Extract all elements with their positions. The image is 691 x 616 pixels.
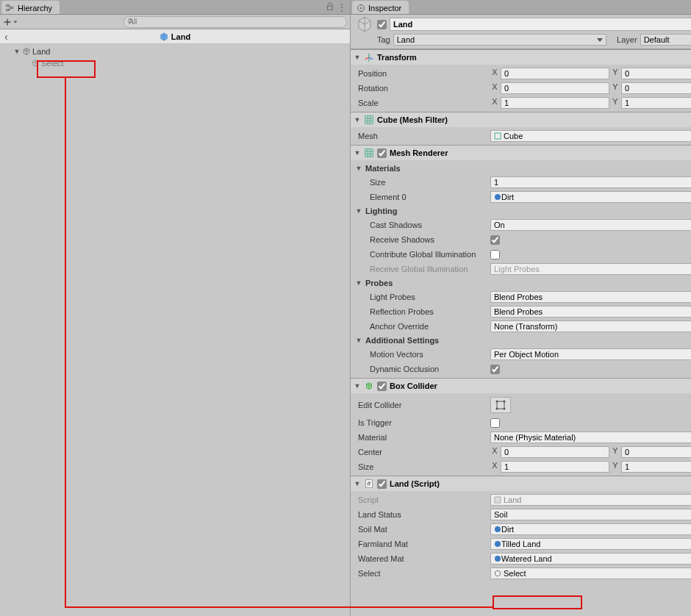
- is-trigger-checkbox[interactable]: [490, 418, 500, 428]
- hierarchy-icon: [6, 4, 15, 12]
- light-probes-dropdown[interactable]: Blend Probes: [490, 291, 691, 303]
- hierarchy-tab[interactable]: Hierarchy: [1, 1, 60, 14]
- foldout-icon[interactable]: ▼: [354, 382, 361, 390]
- scale-y-input[interactable]: [621, 97, 691, 109]
- mesh-renderer-header[interactable]: ▼ Mesh Renderer ? ⋮: [351, 146, 691, 160]
- land-script-enabled[interactable]: [377, 479, 387, 489]
- watered-mat-field[interactable]: Watered Land: [490, 553, 691, 565]
- foldout-icon[interactable]: ▼: [354, 149, 361, 157]
- inspector-icon: [357, 4, 365, 12]
- foldout-icon[interactable]: ▼: [355, 207, 362, 215]
- tag-dropdown[interactable]: Land: [393, 34, 606, 46]
- physic-material-field[interactable]: None (Physic Material): [490, 431, 691, 443]
- box-collider-icon: [364, 381, 374, 391]
- mesh-field[interactable]: Cube: [490, 130, 691, 142]
- gameobject-large-icon[interactable]: [355, 15, 374, 34]
- probes-label: Probes: [365, 279, 393, 287]
- position-label: Position: [358, 69, 490, 78]
- csharp-icon: [494, 496, 501, 504]
- material-icon: [494, 555, 501, 562]
- size-x-input[interactable]: [501, 461, 609, 473]
- motion-vectors-dropdown[interactable]: Per Object Motion: [490, 348, 691, 360]
- center-y-input[interactable]: [621, 446, 691, 458]
- svg-rect-9: [495, 133, 501, 139]
- foldout-icon[interactable]: ▼: [13, 48, 21, 55]
- material-label: Material: [358, 433, 490, 442]
- receive-shadows-checkbox[interactable]: [490, 235, 500, 245]
- gameobject-name-input[interactable]: [390, 18, 691, 31]
- farmland-mat-field[interactable]: Tilled Land: [490, 538, 691, 550]
- panel-menu-icon[interactable]: ⋮: [337, 1, 347, 12]
- position-x-input[interactable]: [501, 68, 609, 79]
- lighting-label: Lighting: [365, 207, 397, 215]
- mesh-filter-header[interactable]: ▼ Cube (Mesh Filter) ? ⋮: [351, 112, 691, 127]
- edit-collider-button[interactable]: [490, 397, 511, 413]
- mesh-filter-icon: [364, 115, 374, 125]
- layer-dropdown[interactable]: Default: [640, 34, 691, 46]
- select-label: Select: [358, 569, 490, 578]
- foldout-icon[interactable]: ▼: [355, 165, 362, 172]
- box-collider-header[interactable]: ▼ Box Collider ? ⋮: [351, 379, 691, 393]
- search-input[interactable]: [129, 18, 333, 26]
- materials-size-input[interactable]: [490, 176, 691, 188]
- annotation-line: [65, 78, 66, 608]
- inspector-tab[interactable]: Inspector: [352, 1, 409, 14]
- scene-name: Land: [171, 32, 190, 41]
- center-label: Center: [358, 448, 490, 456]
- select-field[interactable]: Select: [490, 567, 691, 579]
- foldout-icon[interactable]: ▼: [354, 480, 361, 487]
- element0-field[interactable]: Dirt: [490, 191, 691, 203]
- rotation-y-input[interactable]: [621, 82, 691, 94]
- foldout-icon[interactable]: ▼: [355, 279, 362, 287]
- create-button[interactable]: [3, 16, 18, 28]
- component-title: Box Collider: [390, 382, 691, 390]
- svg-point-22: [495, 556, 501, 562]
- soil-mat-field[interactable]: Dirt: [490, 523, 691, 535]
- active-checkbox[interactable]: [377, 20, 387, 29]
- tree-item-land[interactable]: ▼ Land: [0, 46, 350, 57]
- lock-icon[interactable]: [325, 1, 335, 12]
- land-status-label: Land Status: [358, 510, 490, 519]
- size-y-input[interactable]: [621, 461, 691, 473]
- land-script-header[interactable]: ▼ # Land (Script) ? ⋮: [351, 476, 691, 491]
- edit-collider-label: Edit Collider: [358, 401, 490, 409]
- svg-rect-3: [328, 6, 333, 10]
- mesh-renderer-enabled[interactable]: [377, 148, 387, 158]
- hierarchy-search[interactable]: [123, 16, 347, 28]
- cast-shadows-dropdown[interactable]: On: [490, 219, 691, 231]
- material-icon: [494, 193, 501, 201]
- rotation-x-input[interactable]: [501, 82, 609, 94]
- gameobject-icon: [22, 47, 31, 56]
- dropdown-icon: [12, 19, 18, 25]
- land-status-dropdown[interactable]: Soil: [490, 509, 691, 520]
- back-icon[interactable]: ‹: [4, 31, 8, 43]
- script-label: Script: [358, 495, 490, 504]
- svg-point-4: [128, 18, 132, 23]
- soil-mat-label: Soil Mat: [358, 525, 490, 534]
- foldout-icon[interactable]: ▼: [354, 54, 361, 61]
- transform-header[interactable]: ▼ Transform ? ⋮: [351, 50, 691, 65]
- box-collider-enabled[interactable]: [377, 382, 387, 391]
- annotation-highlight: [37, 60, 96, 78]
- material-icon: [494, 540, 501, 548]
- edit-collider-icon: [495, 399, 506, 411]
- component-title: Land (Script): [390, 479, 691, 488]
- anchor-field[interactable]: None (Transform): [490, 320, 691, 332]
- center-x-input[interactable]: [501, 446, 609, 458]
- dynamic-occlusion-label: Dynamic Occlusion: [358, 365, 490, 373]
- foldout-icon[interactable]: ▼: [354, 116, 361, 123]
- foldout-icon[interactable]: ▼: [355, 337, 362, 344]
- position-y-input[interactable]: [621, 68, 691, 79]
- dynamic-occlusion-checkbox[interactable]: [490, 365, 500, 374]
- reflection-probes-dropdown[interactable]: Blend Probes: [490, 306, 691, 318]
- gameobject-icon: [494, 570, 501, 577]
- scene-header[interactable]: ‹ Land: [0, 29, 350, 44]
- svg-rect-2: [11, 7, 13, 8]
- inspector-tab-label: Inspector: [368, 4, 401, 12]
- contribute-gi-checkbox[interactable]: [490, 250, 500, 259]
- prefab-icon: [160, 32, 168, 41]
- component-title: Mesh Renderer: [390, 148, 691, 157]
- scale-x-input[interactable]: [501, 97, 609, 109]
- mesh-icon: [494, 132, 501, 140]
- svg-rect-19: [495, 497, 501, 503]
